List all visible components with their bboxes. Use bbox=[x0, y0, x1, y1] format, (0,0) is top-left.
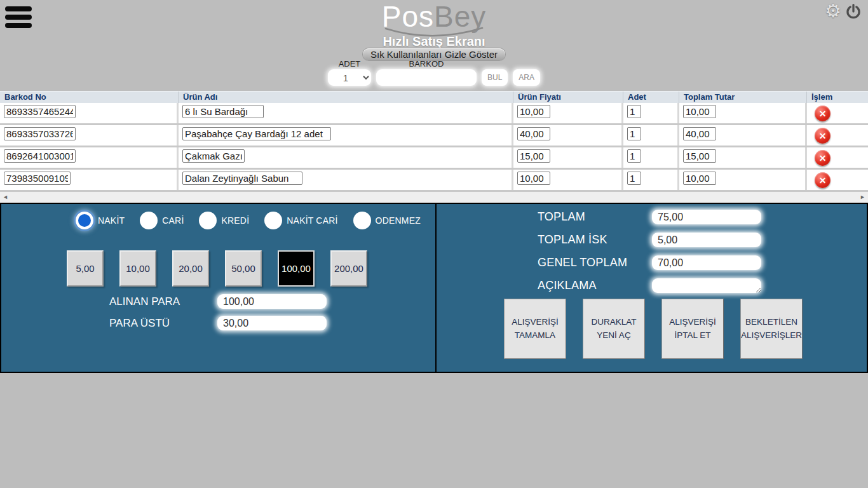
row-adet-input[interactable] bbox=[627, 149, 641, 163]
denom-button-50[interactable]: 50,00 bbox=[225, 250, 262, 287]
row-barkod-input[interactable] bbox=[4, 149, 76, 163]
header: PosBey ⚙ Hızlı Satış Ekranı Sık Kullanıl… bbox=[0, 0, 868, 91]
payment-method-nakit[interactable]: NAKİT bbox=[76, 212, 125, 229]
alinan-para-label: ALINAN PARA bbox=[109, 295, 217, 308]
denom-button-10[interactable]: 10,00 bbox=[119, 250, 156, 287]
payment-method-label: NAKİT CARİ bbox=[287, 215, 337, 226]
barkod-label: BARKOD bbox=[409, 59, 444, 69]
delete-row-icon[interactable]: ✕ bbox=[815, 172, 831, 188]
duraklat-yeni-ac-button[interactable]: DURAKLAT YENİ AÇ bbox=[583, 299, 645, 359]
payment-method-nakit-cari[interactable]: NAKİT CARİ bbox=[264, 212, 337, 229]
payment-method-label: ODENMEZ bbox=[376, 215, 421, 226]
toplam-input[interactable] bbox=[652, 210, 761, 224]
para-ustu-input[interactable] bbox=[217, 316, 327, 330]
delete-row-icon[interactable]: ✕ bbox=[815, 128, 831, 144]
column-header-toplam-tutar: Toplam Tutar bbox=[679, 92, 807, 103]
payment-method-kredi[interactable]: KREDİ bbox=[199, 212, 249, 229]
table-row: ✕ bbox=[0, 170, 868, 192]
toplam-label: TOPLAM bbox=[538, 210, 652, 224]
horizontal-scrollbar[interactable]: ◄ ► bbox=[0, 192, 868, 203]
totals-section: TOPLAM TOPLAM İSK GENEL TOPLAM AÇIKLAMA … bbox=[435, 204, 867, 372]
bekletilen-alisverisler-button[interactable]: BEKLETİLEN ALIŞVERİŞLER bbox=[740, 299, 803, 359]
denom-button-100[interactable]: 100,00 bbox=[278, 250, 315, 287]
row-fiyat-input[interactable] bbox=[517, 105, 550, 118]
row-barkod-input[interactable] bbox=[4, 172, 71, 185]
settings-gear-icon[interactable]: ⚙ bbox=[825, 2, 841, 20]
row-adet-input[interactable] bbox=[627, 105, 641, 118]
aciklama-label: AÇIKLAMA bbox=[538, 279, 652, 292]
denom-button-5[interactable]: 5,00 bbox=[67, 250, 104, 287]
row-fiyat-input[interactable] bbox=[517, 149, 550, 163]
bul-button[interactable]: BUL bbox=[482, 69, 508, 86]
page-title: Hızlı Satış Ekranı bbox=[0, 34, 868, 49]
row-toplam-input[interactable] bbox=[683, 127, 716, 140]
column-header-urun-adi: Ürün Adı bbox=[179, 92, 513, 103]
delete-row-icon[interactable]: ✕ bbox=[815, 105, 831, 121]
column-header-adet: Adet bbox=[623, 92, 679, 103]
radio-icon[interactable] bbox=[353, 212, 371, 229]
payment-panel: NAKİT CARİ KREDİ NAKİT CARİ ODENMEZ 5,00… bbox=[0, 203, 868, 373]
row-toplam-input[interactable] bbox=[683, 149, 716, 163]
row-adet-input[interactable] bbox=[627, 172, 641, 185]
payment-method-label: KREDİ bbox=[221, 215, 249, 226]
radio-icon[interactable] bbox=[140, 212, 158, 229]
logo-pos: Pos bbox=[382, 0, 434, 33]
action-buttons: ALIŞVERİŞİ TAMAMLA DURAKLAT YENİ AÇ ALIŞ… bbox=[437, 293, 867, 359]
logo-bey: Bey bbox=[434, 0, 486, 33]
row-barkod-input[interactable] bbox=[4, 127, 76, 140]
row-toplam-input[interactable] bbox=[683, 172, 716, 185]
adet-select[interactable]: 1 bbox=[328, 69, 371, 86]
row-urun-adi-input[interactable] bbox=[182, 127, 331, 140]
denom-button-20[interactable]: 20,00 bbox=[172, 250, 209, 287]
column-header-urun-fiyati: Ürün Fiyatı bbox=[513, 92, 623, 103]
power-icon[interactable] bbox=[845, 3, 862, 20]
row-fiyat-input[interactable] bbox=[517, 127, 550, 140]
payment-method-odenmez[interactable]: ODENMEZ bbox=[353, 212, 421, 229]
payment-methods: NAKİT CARİ KREDİ NAKİT CARİ ODENMEZ bbox=[1, 204, 435, 229]
row-urun-adi-input[interactable] bbox=[182, 149, 245, 163]
row-urun-adi-input[interactable] bbox=[182, 172, 302, 185]
denomination-buttons: 5,00 10,00 20,00 50,00 100,00 200,00 bbox=[1, 229, 435, 287]
table-header-row: Barkod No Ürün Adı Ürün Fiyatı Adet Topl… bbox=[0, 91, 868, 103]
denom-button-200[interactable]: 200,00 bbox=[330, 250, 367, 287]
sale-items-table: Barkod No Ürün Adı Ürün Fiyatı Adet Topl… bbox=[0, 91, 868, 203]
radio-icon[interactable] bbox=[199, 212, 217, 229]
delete-row-icon[interactable]: ✕ bbox=[815, 150, 831, 166]
toplam-isk-label: TOPLAM İSK bbox=[538, 233, 652, 247]
toplam-isk-input[interactable] bbox=[652, 233, 761, 247]
aciklama-textarea[interactable] bbox=[652, 278, 761, 293]
row-adet-input[interactable] bbox=[627, 127, 641, 140]
scroll-left-arrow-icon[interactable]: ◄ bbox=[3, 194, 8, 200]
payment-method-cari[interactable]: CARİ bbox=[140, 212, 184, 229]
payment-left-section: NAKİT CARİ KREDİ NAKİT CARİ ODENMEZ 5,00… bbox=[1, 204, 435, 372]
barkod-input[interactable] bbox=[376, 69, 477, 86]
row-urun-adi-input[interactable] bbox=[182, 105, 264, 118]
alinan-para-input[interactable] bbox=[217, 294, 327, 309]
row-toplam-input[interactable] bbox=[683, 105, 716, 118]
radio-icon[interactable] bbox=[264, 212, 282, 229]
radio-selected-icon[interactable] bbox=[76, 212, 93, 229]
genel-toplam-input[interactable] bbox=[652, 255, 761, 270]
table-row: ✕ bbox=[0, 103, 868, 125]
table-row: ✕ bbox=[0, 147, 868, 170]
table-row: ✕ bbox=[0, 125, 868, 147]
ara-button[interactable]: ARA bbox=[513, 69, 540, 86]
payment-method-label: CARİ bbox=[162, 215, 184, 226]
row-fiyat-input[interactable] bbox=[517, 172, 550, 185]
alisverisi-iptal-et-button[interactable]: ALIŞVERİŞİ İPTAL ET bbox=[661, 299, 724, 359]
payment-method-label: NAKİT bbox=[98, 215, 125, 226]
genel-toplam-label: GENEL TOPLAM bbox=[538, 256, 652, 269]
column-header-barkod: Barkod No bbox=[0, 92, 179, 103]
column-header-islem: İşlem bbox=[807, 92, 868, 103]
adet-label: ADET bbox=[339, 59, 361, 69]
row-barkod-input[interactable] bbox=[4, 105, 76, 118]
para-ustu-label: PARA ÜSTÜ bbox=[109, 317, 217, 330]
alisverisi-tamamla-button[interactable]: ALIŞVERİŞİ TAMAMLA bbox=[504, 299, 566, 359]
search-row: ADET 1 BARKOD BUL ARA bbox=[0, 59, 868, 86]
scroll-right-arrow-icon[interactable]: ► bbox=[860, 194, 865, 200]
